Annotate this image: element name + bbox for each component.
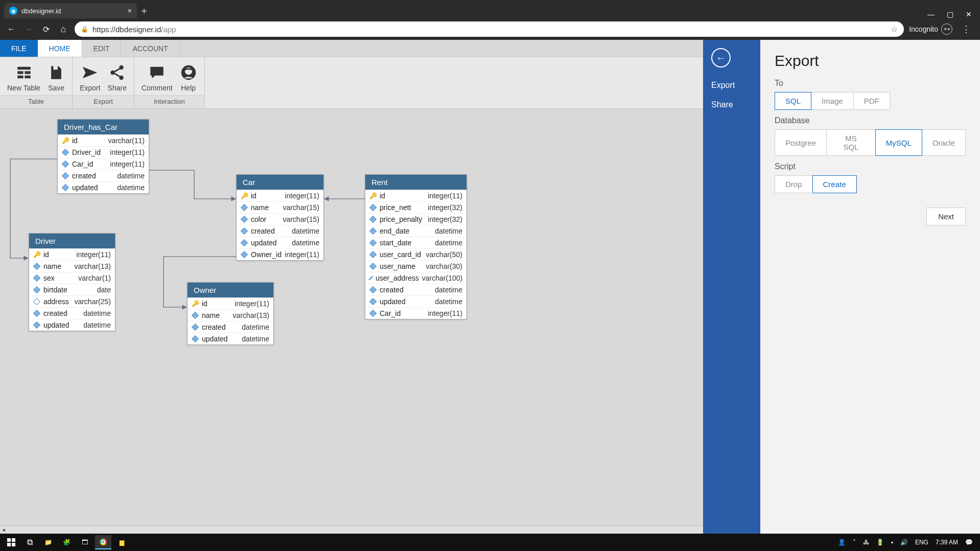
bookmark-star-icon[interactable]: ☆: [891, 25, 898, 34]
entity-column-row[interactable]: Owner_idinteger(11): [237, 248, 323, 260]
entity-column-row[interactable]: namevarchar(15): [237, 201, 323, 213]
entity-column-row[interactable]: createddatetime: [58, 170, 149, 181]
export-to-option-image[interactable]: Image: [811, 92, 854, 110]
network-icon[interactable]: 🖧: [863, 539, 869, 546]
entity-column-row[interactable]: createddatetime: [365, 284, 466, 295]
column-name: created: [202, 323, 239, 331]
entity-header[interactable]: Owner: [188, 283, 273, 297]
entity-column-row[interactable]: createddatetime: [188, 321, 273, 333]
export-script-option-drop[interactable]: Drop: [775, 175, 813, 193]
start-menu-icon[interactable]: [3, 535, 19, 549]
entity-column-row[interactable]: colorvarchar(15): [237, 213, 323, 225]
entity-column-row[interactable]: namevarchar(13): [29, 260, 115, 272]
entity-column-row[interactable]: 🔑idinteger(11): [29, 248, 115, 260]
entity-column-row[interactable]: end_datedatetime: [365, 225, 466, 237]
entity-column-row[interactable]: user_addressvarchar(100): [365, 272, 466, 284]
horizontal-scrollbar[interactable]: ◄: [0, 525, 703, 534]
back-icon[interactable]: ←: [5, 25, 17, 34]
app-icon-2[interactable]: 🗔: [77, 535, 93, 549]
menu-home[interactable]: HOME: [38, 40, 82, 57]
entity-header[interactable]: Driver: [29, 234, 115, 248]
entity-column-row[interactable]: createddatetime: [29, 307, 115, 319]
ribbon-comment[interactable]: Comment: [142, 63, 173, 92]
entity-column-row[interactable]: start_datedatetime: [365, 237, 466, 248]
file-explorer-icon[interactable]: 📁: [40, 535, 56, 549]
ribbon-help[interactable]: Help: [180, 63, 197, 92]
forward-icon[interactable]: →: [22, 25, 35, 34]
tab-close-icon[interactable]: ×: [128, 7, 132, 15]
entity-column-row[interactable]: price_penaltyinteger(32): [365, 213, 466, 225]
ribbon-export[interactable]: Export: [80, 63, 100, 92]
app-icon-1[interactable]: 🧩: [58, 535, 75, 549]
export-to-option-sql[interactable]: SQL: [775, 92, 811, 110]
entity-column-row[interactable]: user_card_idvarchar(50): [365, 248, 466, 260]
menu-file[interactable]: FILE: [0, 40, 38, 57]
entity-header[interactable]: Car: [237, 175, 323, 190]
side-nav-share[interactable]: Share: [703, 95, 760, 114]
ribbon-group-label: Table: [0, 95, 72, 108]
export-db-option-oracle[interactable]: Oracle: [922, 129, 966, 156]
entity-column-row[interactable]: updateddatetime: [365, 295, 466, 307]
entity-column-row[interactable]: updateddatetime: [237, 237, 323, 248]
entity-column-row[interactable]: updateddatetime: [29, 319, 115, 331]
entity-driver-has-car[interactable]: Driver_has_Car🔑idvarchar(11)Driver_idint…: [57, 119, 149, 194]
export-db-option-mysql[interactable]: MySQL: [875, 129, 922, 156]
entity-column-row[interactable]: 🔑idinteger(11): [237, 190, 323, 201]
entity-column-row[interactable]: 🔑idvarchar(11): [58, 134, 149, 146]
ribbon-share[interactable]: Share: [108, 63, 127, 92]
export-db-option-postgree[interactable]: Postgree: [775, 129, 827, 156]
language-indicator[interactable]: ENG: [915, 539, 928, 546]
address-bar[interactable]: 🔒 https://dbdesigner.id/app ☆: [75, 21, 904, 37]
onedrive-icon[interactable]: ▪: [891, 539, 893, 546]
chrome-icon[interactable]: [95, 535, 111, 549]
export-next-button[interactable]: Next: [926, 208, 966, 225]
entity-header[interactable]: Rent: [365, 175, 466, 190]
entity-column-row[interactable]: birtdatedate: [29, 284, 115, 295]
minimize-icon[interactable]: —: [927, 10, 935, 18]
entity-column-row[interactable]: addressvarchar(25): [29, 295, 115, 307]
entity-column-row[interactable]: 🔑idinteger(11): [365, 190, 466, 201]
new-tab-button[interactable]: +: [137, 4, 151, 18]
volume-icon[interactable]: 🔊: [900, 539, 908, 546]
entity-column-row[interactable]: Car_idinteger(11): [365, 307, 466, 319]
browser-tab[interactable]: ◉ dbdesigner.id ×: [4, 3, 137, 18]
entity-column-row[interactable]: updateddatetime: [188, 333, 273, 345]
panel-back-button[interactable]: ←: [711, 48, 731, 67]
action-center-icon[interactable]: 💬: [965, 539, 973, 546]
scroll-left-icon[interactable]: ◄: [1, 527, 8, 533]
battery-icon[interactable]: 🔋: [876, 539, 884, 546]
maximize-icon[interactable]: ▢: [947, 10, 953, 18]
entity-column-row[interactable]: updateddatetime: [58, 181, 149, 193]
entity-column-row[interactable]: sexvarchar(1): [29, 272, 115, 284]
menu-edit[interactable]: EDIT: [82, 40, 122, 57]
sticky-notes-icon[interactable]: ▆: [113, 535, 130, 549]
entity-header[interactable]: Driver_has_Car: [58, 120, 149, 134]
entity-column-row[interactable]: price_nettinteger(32): [365, 201, 466, 213]
reload-icon[interactable]: ⟳: [40, 25, 52, 34]
entity-column-row[interactable]: Driver_idinteger(11): [58, 146, 149, 158]
browser-menu-icon[interactable]: ⋮: [958, 24, 975, 35]
export-script-option-create[interactable]: Create: [812, 175, 857, 193]
home-icon[interactable]: ⌂: [57, 24, 69, 35]
export-db-option-ms-sql[interactable]: MS SQL: [826, 129, 876, 156]
entity-column-row[interactable]: user_namevarchar(30): [365, 260, 466, 272]
entity-rent[interactable]: Rent🔑idinteger(11)price_nettinteger(32)p…: [365, 174, 467, 319]
entity-column-row[interactable]: 🔑idinteger(11): [188, 297, 273, 309]
entity-column-row[interactable]: namevarchar(13): [188, 309, 273, 321]
ribbon-save[interactable]: Save: [48, 63, 65, 92]
entity-column-row[interactable]: createddatetime: [237, 225, 323, 237]
clock[interactable]: 7:39 AM: [936, 539, 958, 546]
column-name: user_card_id: [380, 250, 423, 259]
menu-account[interactable]: ACCOUNT: [121, 40, 179, 57]
close-window-icon[interactable]: ✕: [966, 10, 972, 18]
ribbon-new-table[interactable]: New Table: [7, 63, 40, 92]
entity-driver[interactable]: Driver🔑idinteger(11)namevarchar(13)sexva…: [29, 233, 115, 331]
tray-chevron-icon[interactable]: ˄: [853, 539, 856, 546]
entity-owner[interactable]: Owner🔑idinteger(11)namevarchar(13)create…: [187, 282, 274, 345]
entity-column-row[interactable]: Car_idinteger(11): [58, 158, 149, 170]
people-icon[interactable]: 👤: [838, 539, 846, 546]
side-nav-export[interactable]: Export: [703, 76, 760, 95]
task-view-icon[interactable]: ⧉: [21, 535, 38, 549]
export-to-option-pdf[interactable]: PDF: [853, 92, 890, 110]
entity-car[interactable]: Car🔑idinteger(11)namevarchar(15)colorvar…: [236, 174, 324, 261]
